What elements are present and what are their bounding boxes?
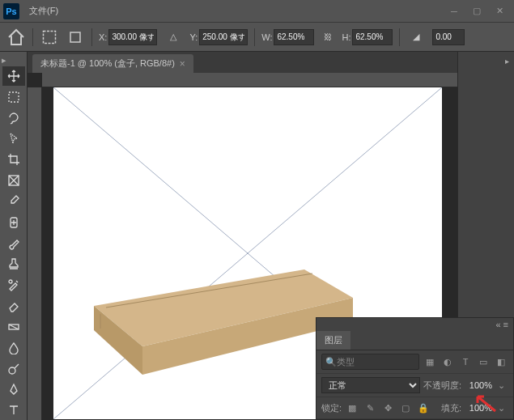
layer-filter-input[interactable]: 🔍 类型: [321, 354, 419, 370]
filter-adjust-icon[interactable]: ◐: [440, 354, 455, 369]
lock-brush-icon[interactable]: ✎: [363, 401, 377, 415]
opacity-input[interactable]: [465, 380, 492, 390]
brush-tool[interactable]: [2, 234, 25, 253]
opacity-label: 不透明度:: [423, 380, 461, 392]
ruler-horizontal: [42, 73, 457, 87]
frame-tool[interactable]: [2, 171, 25, 190]
expand-toolbox-icon[interactable]: ▸: [2, 55, 10, 63]
y-input[interactable]: [199, 29, 248, 45]
lock-position-icon[interactable]: ✥: [380, 401, 395, 415]
dodge-tool[interactable]: [2, 359, 25, 379]
w-input[interactable]: [274, 29, 314, 45]
close-button[interactable]: ✕: [488, 3, 511, 19]
lock-all-icon[interactable]: 🔒: [416, 401, 431, 415]
quick-select-tool[interactable]: [2, 129, 25, 148]
angle-input[interactable]: [432, 29, 465, 45]
x-input[interactable]: [108, 29, 157, 45]
minimize-button[interactable]: ─: [443, 3, 465, 19]
fill-label: 填充:: [441, 402, 461, 414]
document-tab-title: 未标题-1 @ 100% (盒子, RGB/8#): [40, 57, 175, 70]
svg-rect-0: [44, 31, 56, 43]
filter-image-icon[interactable]: ▦: [423, 354, 437, 369]
home-icon[interactable]: [6, 28, 26, 47]
pen-tool[interactable]: [2, 380, 25, 399]
filter-shape-icon[interactable]: ▭: [476, 354, 491, 369]
w-label: W:: [261, 32, 272, 42]
eraser-tool[interactable]: [2, 296, 25, 316]
gradient-tool[interactable]: [2, 317, 25, 337]
ruler-vertical: [28, 87, 42, 420]
move-tool[interactable]: [2, 66, 25, 86]
lasso-tool[interactable]: [2, 108, 25, 128]
document-tabbar: 未标题-1 @ 100% (盒子, RGB/8#) ×: [28, 52, 457, 73]
link-wh-icon[interactable]: ⛓: [321, 30, 335, 45]
blend-mode-select[interactable]: 正常: [321, 377, 420, 393]
svg-point-7: [9, 367, 15, 374]
dock-collapse-icon[interactable]: ▸: [458, 57, 514, 66]
layers-panel: « ≡ 图层 🔍 类型 ▦ ◐ T ▭ ◧ 正常 不透明度: ⌄ 锁定: ▩ ✎…: [316, 317, 514, 420]
stamp-tool[interactable]: [2, 254, 25, 274]
fill-chevron-icon[interactable]: ⌄: [494, 401, 508, 415]
h-label: H:: [342, 32, 350, 42]
marquee-tool[interactable]: [2, 87, 25, 107]
close-tab-icon[interactable]: ×: [180, 58, 185, 70]
options-bar: X: △ Y: W: ⛓ H: ◢: [0, 23, 514, 52]
eyedropper-tool[interactable]: [2, 192, 25, 211]
blur-tool[interactable]: [2, 338, 25, 358]
crop-tool[interactable]: [2, 150, 25, 169]
menubar: Ps 文件(F) ─ ▢ ✕: [0, 0, 514, 23]
history-brush-tool[interactable]: [2, 275, 25, 295]
swap-xy-icon[interactable]: △: [164, 28, 183, 47]
type-tool[interactable]: [2, 401, 25, 420]
lock-pixels-icon[interactable]: ▩: [345, 401, 359, 415]
filter-type-icon[interactable]: T: [458, 354, 473, 369]
opacity-chevron-icon[interactable]: ⌄: [494, 378, 508, 392]
h-input[interactable]: [352, 29, 393, 45]
y-label: Y:: [189, 32, 198, 42]
reference-point-icon[interactable]: [66, 28, 85, 47]
document-tab[interactable]: 未标题-1 @ 100% (盒子, RGB/8#) ×: [32, 54, 193, 73]
svg-rect-2: [9, 92, 19, 102]
fill-input[interactable]: [465, 403, 492, 413]
angle-icon: ◢: [406, 28, 426, 47]
menu-item[interactable]: 文件(F): [24, 2, 63, 20]
lock-label: 锁定:: [321, 402, 342, 414]
svg-rect-1: [70, 32, 80, 42]
x-label: X:: [99, 32, 107, 42]
panel-expand-icon[interactable]: « ≡: [495, 320, 508, 329]
healing-tool[interactable]: [2, 213, 25, 232]
layers-tab[interactable]: 图层: [316, 331, 350, 350]
toolbox: ▸: [0, 52, 28, 420]
app-logo: Ps: [3, 3, 19, 19]
transform-bounds-icon[interactable]: [40, 28, 59, 47]
maximize-button[interactable]: ▢: [465, 3, 488, 19]
svg-point-5: [9, 280, 12, 283]
lock-artboard-icon[interactable]: ▢: [398, 401, 413, 415]
filter-smart-icon[interactable]: ◧: [494, 354, 508, 369]
